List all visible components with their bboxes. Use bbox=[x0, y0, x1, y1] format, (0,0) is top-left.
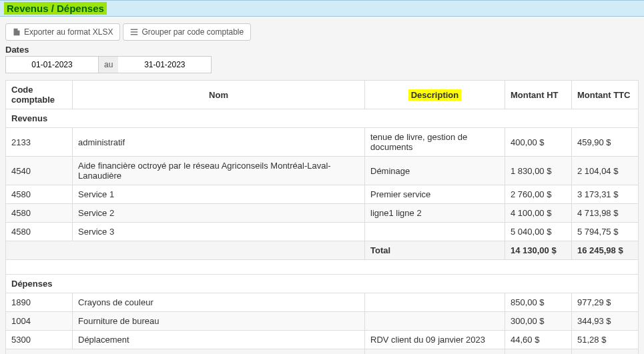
col-ttc[interactable]: Montant TTC bbox=[572, 81, 639, 109]
cell-name: Service 2 bbox=[73, 204, 365, 223]
revenus-total-ttc: 16 245,98 $ bbox=[572, 241, 639, 260]
gap-cell bbox=[6, 260, 639, 275]
section-depenses: Dépenses bbox=[6, 275, 639, 293]
depenses-total-ht: 1 194,60 $ bbox=[505, 349, 572, 355]
file-icon bbox=[13, 28, 21, 36]
cell-ttc: 4 713,98 $ bbox=[572, 204, 639, 223]
cell-ht: 850,00 $ bbox=[505, 293, 572, 312]
cell-name: Aide financière octroyé par le réseau Ag… bbox=[73, 157, 365, 185]
cell-ht: 400,00 $ bbox=[505, 128, 572, 157]
cell-ht: 5 040,00 $ bbox=[505, 223, 572, 241]
cell-desc bbox=[365, 223, 505, 241]
dates-section: Dates au bbox=[5, 45, 639, 73]
cell-ht: 2 760,00 $ bbox=[505, 185, 572, 204]
export-xlsx-label: Exporter au format XLSX bbox=[24, 27, 113, 37]
cell-ht: 300,00 $ bbox=[505, 312, 572, 331]
cell-desc bbox=[365, 312, 505, 331]
depenses-total-label: Total bbox=[365, 349, 505, 355]
cell-code: 4580 bbox=[6, 223, 73, 241]
cell-code: 1004 bbox=[6, 312, 73, 331]
date-to-input[interactable] bbox=[118, 56, 212, 73]
cell-ttc: 2 104,04 $ bbox=[572, 157, 639, 185]
cell-ht: 44,60 $ bbox=[505, 331, 572, 349]
cell-desc: Déminage bbox=[365, 157, 505, 185]
cell-name: Service 1 bbox=[73, 185, 365, 204]
cell-ht: 1 830,00 $ bbox=[505, 157, 572, 185]
gap-row bbox=[6, 260, 639, 275]
section-revenus-label: Revenus bbox=[6, 109, 639, 128]
table-row: 4580Service 2ligne1 ligne 24 100,00 $4 7… bbox=[6, 204, 639, 223]
cell-name: Déplacement bbox=[73, 331, 365, 349]
revenus-total-label: Total bbox=[365, 241, 505, 260]
cell-code: 4540 bbox=[6, 157, 73, 185]
revenus-total: Total14 130,00 $16 245,98 $ bbox=[6, 241, 639, 260]
export-xlsx-button[interactable]: Exporter au format XLSX bbox=[5, 23, 120, 41]
cell-ttc: 977,29 $ bbox=[572, 293, 639, 312]
col-name[interactable]: Nom bbox=[73, 81, 365, 109]
cell-desc: Premier service bbox=[365, 185, 505, 204]
cell-desc: ligne1 ligne 2 bbox=[365, 204, 505, 223]
table-row: 4580Service 1Premier service2 760,00 $3 … bbox=[6, 185, 639, 204]
cell-desc bbox=[365, 293, 505, 312]
cell-code: 1890 bbox=[6, 293, 73, 312]
cell-ttc: 5 794,75 $ bbox=[572, 223, 639, 241]
cell-code: 4580 bbox=[6, 185, 73, 204]
section-depenses-label: Dépenses bbox=[6, 275, 639, 293]
date-separator: au bbox=[99, 56, 118, 73]
revenus-total-ht: 14 130,00 $ bbox=[505, 241, 572, 260]
cell-code: 2133 bbox=[6, 128, 73, 157]
cell-name: administratif bbox=[73, 128, 365, 157]
cell-code: 4580 bbox=[6, 204, 73, 223]
table-row: 4580Service 35 040,00 $5 794,75 $ bbox=[6, 223, 639, 241]
report-table: Code comptable Nom Description Montant H… bbox=[5, 80, 639, 354]
group-by-code-button[interactable]: Grouper par code comptable bbox=[123, 23, 251, 41]
depenses-total: Total1 194,60 $1 373,50 $ bbox=[6, 349, 639, 355]
revenus-total-blank bbox=[6, 241, 365, 260]
page-header: Revenus / Dépenses bbox=[0, 0, 644, 17]
page-title: Revenus / Dépenses bbox=[4, 2, 107, 15]
toolbar: Exporter au format XLSX Grouper par code… bbox=[5, 23, 639, 41]
dates-label: Dates bbox=[5, 45, 639, 55]
col-desc[interactable]: Description bbox=[365, 81, 505, 109]
table-row: 5300DéplacementRDV client du 09 janvier … bbox=[6, 331, 639, 349]
dates-row: au bbox=[5, 56, 639, 73]
table-row: 4540Aide financière octroyé par le résea… bbox=[6, 157, 639, 185]
cell-code: 5300 bbox=[6, 331, 73, 349]
table-row: 2133administratiftenue de livre, gestion… bbox=[6, 128, 639, 157]
content: Exporter au format XLSX Grouper par code… bbox=[0, 17, 644, 354]
table-row: 1004Fourniture de bureau300,00 $344,93 $ bbox=[6, 312, 639, 331]
depenses-total-ttc: 1 373,50 $ bbox=[572, 349, 639, 355]
depenses-total-blank bbox=[6, 349, 365, 355]
cell-name: Service 3 bbox=[73, 223, 365, 241]
group-by-code-label: Grouper par code comptable bbox=[141, 27, 244, 37]
cell-desc: RDV client du 09 janvier 2023 bbox=[365, 331, 505, 349]
cell-ttc: 459,90 $ bbox=[572, 128, 639, 157]
col-code[interactable]: Code comptable bbox=[6, 81, 73, 109]
section-revenus: Revenus bbox=[6, 109, 639, 128]
table-header-row: Code comptable Nom Description Montant H… bbox=[6, 81, 639, 109]
cell-ttc: 3 173,31 $ bbox=[572, 185, 639, 204]
col-desc-label: Description bbox=[408, 89, 462, 101]
cell-ttc: 51,28 $ bbox=[572, 331, 639, 349]
list-icon bbox=[130, 28, 138, 36]
date-from-input[interactable] bbox=[5, 56, 99, 73]
cell-name: Fourniture de bureau bbox=[73, 312, 365, 331]
cell-ht: 4 100,00 $ bbox=[505, 204, 572, 223]
cell-ttc: 344,93 $ bbox=[572, 312, 639, 331]
cell-name: Crayons de couleur bbox=[73, 293, 365, 312]
table-row: 1890Crayons de couleur850,00 $977,29 $ bbox=[6, 293, 639, 312]
cell-desc: tenue de livre, gestion de documents bbox=[365, 128, 505, 157]
col-ht[interactable]: Montant HT bbox=[505, 81, 572, 109]
